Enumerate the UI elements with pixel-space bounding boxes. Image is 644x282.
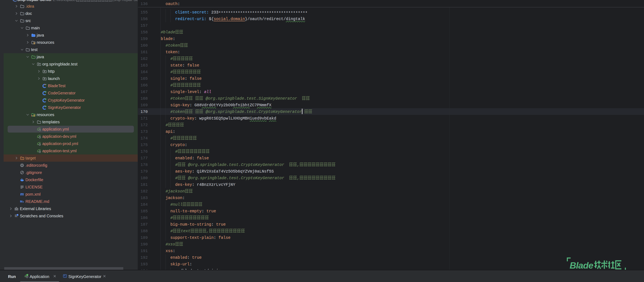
svg-text:M: M <box>20 200 22 203</box>
svg-text:Blade: Blade <box>570 260 593 270</box>
svg-text:m: m <box>20 192 24 196</box>
